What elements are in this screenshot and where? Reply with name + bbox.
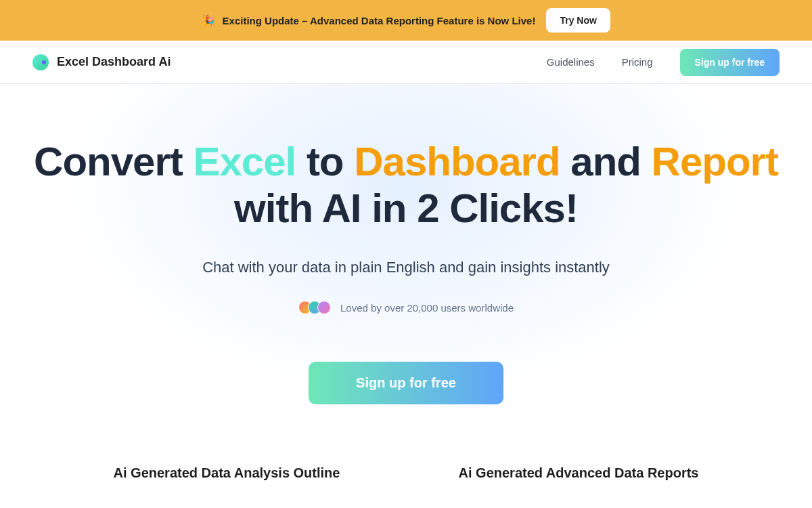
party-icon: 🎉 <box>202 15 215 26</box>
avatar-stack <box>298 301 331 314</box>
social-proof-text: Loved by over 20,000 users worldwide <box>340 302 514 314</box>
nav-link-pricing[interactable]: Pricing <box>622 56 653 68</box>
feature-title-reports: Ai Generated Advanced Data Reports <box>459 465 699 481</box>
nav-link-guidelines[interactable]: Guidelines <box>547 56 595 68</box>
hero-title-p5: and <box>560 139 652 184</box>
hero-title-excel: Excel <box>193 139 296 184</box>
nav-links: Guidelines Pricing Sign up for free <box>547 49 780 76</box>
brand-logo-icon <box>32 54 49 70</box>
hero-title: Convert Excel to Dashboard and Report wi… <box>32 138 780 232</box>
hero-signup-button[interactable]: Sign up for free <box>309 362 503 404</box>
features-row: Ai Generated Data Analysis Outline Ai Ge… <box>0 431 812 481</box>
hero-title-p7: with AI in 2 Clicks! <box>234 186 578 231</box>
hero-subtitle: Chat with your data in plain English and… <box>32 259 780 276</box>
feature-title-outline: Ai Generated Data Analysis Outline <box>114 465 340 481</box>
avatar-icon <box>317 301 331 314</box>
hero-title-p1: Convert <box>34 139 193 184</box>
announcement-text: Exciting Update – Advanced Data Reportin… <box>223 15 536 26</box>
hero-section: Convert Excel to Dashboard and Report wi… <box>0 84 812 431</box>
hero-title-dashboard: Dashboard <box>354 139 560 184</box>
social-proof: Loved by over 20,000 users worldwide <box>32 301 780 314</box>
hero-title-p3: to <box>296 139 354 184</box>
navbar: Excel Dashboard Ai Guidelines Pricing Si… <box>0 41 812 84</box>
brand-name: Excel Dashboard Ai <box>57 55 171 69</box>
nav-signup-button[interactable]: Sign up for free <box>680 49 780 76</box>
hero-title-report: Report <box>652 139 778 184</box>
announcement-bar: 🎉 Exciting Update – Advanced Data Report… <box>0 0 812 41</box>
try-now-button[interactable]: Try Now <box>546 8 610 33</box>
brand[interactable]: Excel Dashboard Ai <box>32 54 171 70</box>
announcement-content: 🎉 Exciting Update – Advanced Data Report… <box>202 14 535 27</box>
